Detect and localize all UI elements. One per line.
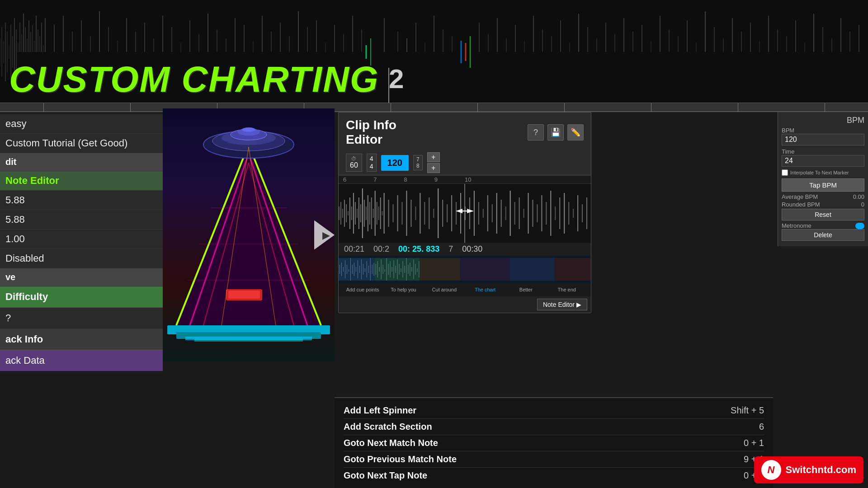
shortcut-row-4: Goto Next Tap Note 0 + 2	[344, 468, 764, 483]
svg-rect-181	[388, 200, 389, 227]
svg-rect-279	[415, 264, 415, 275]
cie-edit-btn[interactable]: ✏️	[567, 124, 584, 141]
left-sidebar: easy Custom Tutorial (Get Good) dit Note…	[0, 112, 163, 373]
shortcut-name-2: Goto Next Match Note	[344, 438, 438, 448]
svg-rect-240	[345, 260, 345, 278]
svg-rect-247	[358, 260, 358, 278]
page-title: CUSTOM CHARTING	[9, 59, 379, 100]
svg-rect-179	[382, 211, 383, 216]
svg-rect-186	[410, 200, 411, 227]
svg-rect-207	[505, 206, 506, 220]
cie-waveform[interactable]	[339, 184, 591, 243]
clip-info-editor: Clip Info Editor ? 💾 ✏️ ⏱ 60 4 4 120 7 8…	[338, 112, 591, 313]
svg-rect-155	[339, 206, 340, 220]
svg-rect-168	[362, 188, 363, 238]
svg-rect-254	[370, 258, 371, 281]
tl-label-5: Better	[505, 287, 546, 292]
note-editor-item[interactable]: Note Editor	[0, 171, 163, 191]
svg-rect-216	[546, 202, 547, 225]
cie-time-sig: 4 4	[367, 154, 377, 172]
svg-rect-210	[519, 197, 520, 229]
time-label: Time	[782, 148, 864, 155]
cie-title-block: Clip Info Editor	[346, 118, 396, 147]
shortcut-row-0: Add Left Spinner Shift + 5	[344, 403, 764, 419]
svg-rect-156	[340, 202, 341, 225]
svg-rect-267	[394, 260, 394, 278]
svg-point-142	[242, 127, 255, 132]
cie-minus-btn[interactable]: +	[427, 163, 440, 173]
svg-rect-234	[460, 258, 510, 281]
metronome-toggle[interactable]	[855, 223, 864, 229]
cie-title-line1: Clip Info	[346, 118, 396, 132]
val2: 5.88	[0, 210, 163, 230]
bpm-panel: BPM BPM 120 Time 24 Interpolate To Next …	[778, 112, 868, 246]
svg-rect-268	[396, 266, 396, 273]
cie-header: Clip Info Editor ? 💾 ✏️	[339, 113, 591, 150]
svg-rect-187	[415, 206, 416, 220]
svg-rect-256	[374, 263, 374, 276]
interpolate-checkbox[interactable]	[782, 169, 788, 176]
svg-rect-264	[388, 264, 389, 275]
avg-bpm-row: Average BPM 0.00	[782, 193, 864, 200]
difficulty-value: easy	[0, 114, 163, 134]
tap-bpm-btn[interactable]: Tap BPM	[782, 178, 864, 192]
svg-rect-233	[420, 258, 460, 281]
svg-rect-263	[387, 258, 387, 281]
svg-rect-248	[359, 266, 360, 273]
cie-ruler: 6 7 8 9 10	[339, 175, 591, 184]
svg-rect-206	[501, 200, 502, 227]
svg-rect-193	[442, 200, 443, 227]
time-field[interactable]: 24	[782, 155, 864, 167]
svg-rect-260	[381, 259, 382, 279]
svg-rect-169	[364, 200, 365, 227]
svg-rect-148	[228, 291, 260, 299]
rounded-bpm-value: 0	[861, 201, 864, 208]
bpm-field-row: BPM 120	[782, 127, 864, 145]
question-val: ?	[0, 308, 163, 329]
ruler-mark-8: 8	[404, 176, 407, 183]
cie-plus-btn[interactable]: +	[427, 152, 440, 162]
cie-mini-timeline[interactable]	[339, 256, 591, 283]
note-editor-btn[interactable]: Note Editor ▶	[537, 299, 587, 310]
difficulty-section-header: Difficulty	[0, 286, 163, 308]
current-time: 00: 25. 833	[398, 244, 439, 254]
shortcut-row-2: Goto Next Match Note 0 + 1	[344, 435, 764, 451]
svg-rect-251	[365, 268, 365, 272]
svg-rect-218	[555, 206, 556, 220]
svg-rect-196	[456, 202, 457, 225]
stage-visual	[163, 108, 335, 361]
svg-rect-235	[510, 258, 555, 281]
svg-rect-190	[429, 197, 429, 229]
svg-rect-278	[413, 259, 414, 279]
svg-rect-209	[514, 202, 515, 225]
cie-toolbar: ? 💾 ✏️	[528, 124, 584, 141]
svg-rect-258	[377, 261, 378, 277]
svg-rect-171	[368, 195, 368, 231]
tl-label-3: Cut around	[424, 287, 465, 292]
svg-rect-270	[399, 264, 400, 275]
svg-rect-259	[379, 267, 380, 272]
bpm-field[interactable]: 120	[782, 134, 864, 145]
svg-rect-157	[342, 209, 343, 218]
svg-rect-242	[349, 269, 349, 272]
svg-rect-245	[354, 263, 354, 276]
svg-rect-176	[377, 202, 377, 225]
shortcut-row-3: Goto Previous Match Note 9 + 1	[344, 451, 764, 468]
svg-rect-200	[474, 191, 475, 236]
svg-rect-249	[361, 259, 362, 279]
cie-save-btn[interactable]: 💾	[547, 124, 564, 141]
reset-btn[interactable]: Reset	[782, 209, 864, 221]
svg-rect-164	[355, 202, 356, 225]
beat-marker: 2	[389, 63, 404, 94]
cie-help-btn[interactable]: ?	[528, 124, 544, 141]
delete-btn[interactable]: Delete	[782, 229, 864, 241]
svg-rect-266	[392, 267, 392, 272]
svg-rect-180	[384, 193, 385, 234]
shortcut-key-0: Shift + 5	[731, 405, 764, 416]
svg-rect-146	[194, 339, 303, 342]
svg-rect-161	[349, 197, 350, 229]
svg-rect-224	[582, 204, 583, 222]
track-info-header: ack Info	[0, 329, 163, 350]
time-field-row: Time 24	[782, 148, 864, 167]
time-start: 00:21	[344, 244, 364, 254]
